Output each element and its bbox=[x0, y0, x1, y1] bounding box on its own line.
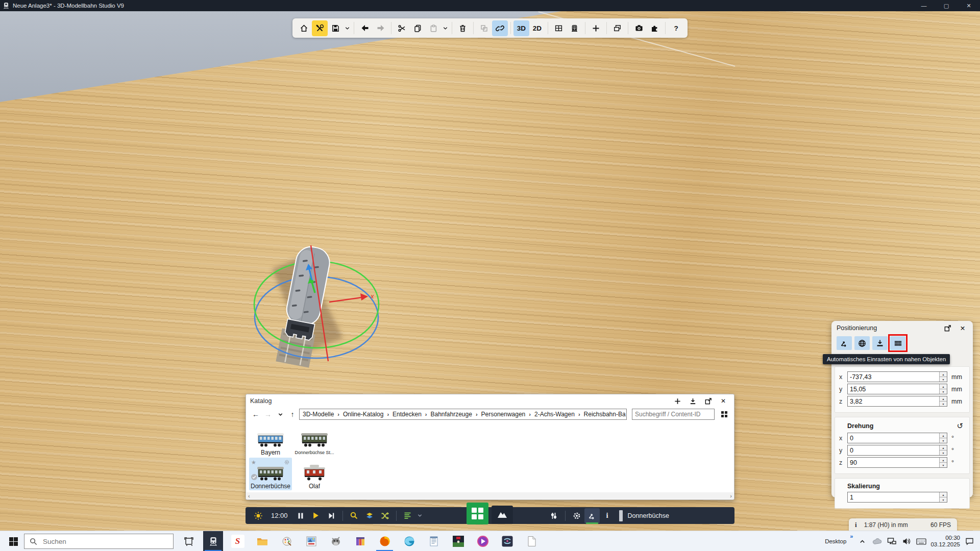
gizmo-axis-x[interactable] bbox=[329, 297, 362, 302]
catalog-history-icon[interactable] bbox=[275, 409, 286, 420]
catalog-item-donnerbuechse[interactable]: ★ Donnerbüchse bbox=[249, 458, 292, 490]
refresh-icon[interactable] bbox=[626, 411, 627, 418]
copy-button[interactable] bbox=[410, 20, 426, 36]
start-button[interactable] bbox=[7, 535, 19, 547]
spinner[interactable]: ▲▼ bbox=[939, 396, 947, 406]
position-x-input[interactable] bbox=[848, 372, 939, 382]
drop-to-ground-toggle[interactable] bbox=[872, 336, 888, 350]
plugins-button[interactable] bbox=[647, 20, 663, 36]
taskbar-app-explorer[interactable] bbox=[252, 531, 272, 551]
taskbar-clock[interactable]: 00:30 03.12.2025 bbox=[930, 535, 960, 548]
toolbar-expand-chevrons[interactable]: » bbox=[850, 533, 853, 539]
save-expand-chevron[interactable] bbox=[344, 20, 351, 36]
scale-input[interactable] bbox=[848, 492, 939, 502]
taskbar-app-winrar[interactable] bbox=[350, 531, 370, 551]
paste-expand-chevron[interactable] bbox=[442, 20, 449, 36]
breadcrumb[interactable]: 3D-Modelle› Online-Katalog› Entdecken› B… bbox=[299, 409, 627, 420]
position-z-input[interactable] bbox=[848, 396, 939, 406]
tools-button[interactable] bbox=[312, 20, 328, 36]
volume-icon[interactable] bbox=[901, 536, 912, 547]
taskbar-app-paint[interactable] bbox=[277, 531, 297, 551]
position-y-input[interactable] bbox=[848, 384, 939, 394]
view-3d-button[interactable]: 3D bbox=[513, 20, 529, 36]
view-grid-icon[interactable] bbox=[719, 409, 730, 420]
rotation-z-input[interactable] bbox=[848, 458, 939, 467]
scroll-right-icon[interactable]: › bbox=[730, 493, 732, 499]
taskbar-search[interactable] bbox=[24, 534, 174, 549]
info-button[interactable]: i bbox=[600, 508, 615, 523]
item-gear-icon[interactable] bbox=[284, 459, 290, 467]
transform-gizmo[interactable]: x bbox=[240, 232, 408, 400]
rotation-reset-icon[interactable]: ↺ bbox=[957, 421, 963, 431]
rotation-y-input[interactable] bbox=[848, 445, 939, 455]
task-view-button[interactable] bbox=[179, 531, 199, 551]
breadcrumb-item[interactable]: Online-Katalog bbox=[343, 411, 383, 418]
positioning-popout-icon[interactable] bbox=[942, 323, 952, 333]
daylight-sun-icon[interactable] bbox=[251, 508, 266, 523]
desktop-toolbar-label[interactable]: Desktop bbox=[825, 538, 846, 544]
catalog-item-bayern[interactable]: Bayern bbox=[249, 424, 292, 457]
catalog-search-input[interactable] bbox=[632, 409, 715, 420]
taskbar-app-document[interactable] bbox=[522, 531, 542, 551]
spinner[interactable]: ▲▼ bbox=[939, 492, 947, 502]
save-button[interactable] bbox=[328, 20, 344, 36]
catalog-add-icon[interactable] bbox=[671, 395, 684, 407]
catalog-toggle-button[interactable] bbox=[467, 503, 488, 524]
move-tool-button[interactable] bbox=[584, 508, 600, 523]
group-button[interactable] bbox=[476, 20, 492, 36]
taskbar-app-chat[interactable] bbox=[497, 531, 517, 551]
breadcrumb-item[interactable]: Entdecken bbox=[393, 411, 422, 418]
global-coords-toggle[interactable] bbox=[854, 336, 870, 350]
event-list-icon[interactable] bbox=[400, 508, 415, 523]
taskbar-search-input[interactable] bbox=[42, 537, 168, 546]
catalog-horizontal-scrollbar[interactable]: ‹ › bbox=[247, 492, 733, 499]
shuffle-icon[interactable] bbox=[377, 508, 393, 523]
taskbar-app-game[interactable] bbox=[448, 531, 468, 551]
close-button[interactable]: ✕ bbox=[958, 0, 980, 11]
taskbar-app-media-player[interactable] bbox=[473, 531, 493, 551]
onedrive-cloud-icon[interactable] bbox=[871, 536, 883, 547]
favorite-star-icon[interactable]: ★ bbox=[251, 459, 256, 466]
spinner[interactable]: ▲▼ bbox=[939, 458, 947, 467]
spinner[interactable]: ▲▼ bbox=[939, 445, 947, 455]
taskbar-app-image-viewer[interactable] bbox=[301, 531, 321, 551]
positioning-close-icon[interactable]: ✕ bbox=[958, 323, 968, 333]
spinner[interactable]: ▲▼ bbox=[939, 384, 947, 394]
play-button[interactable] bbox=[308, 508, 324, 523]
undo-button[interactable] bbox=[357, 20, 373, 36]
network-icon[interactable] bbox=[886, 536, 897, 547]
snap-to-track-toggle[interactable] bbox=[890, 336, 905, 350]
breadcrumb-item[interactable]: Bahnfahrzeuge bbox=[430, 411, 472, 418]
taskbar-app-edge[interactable] bbox=[399, 531, 419, 551]
cut-button[interactable] bbox=[394, 20, 410, 36]
breadcrumb-item[interactable]: Personenwagen bbox=[481, 411, 526, 418]
taskbar-app-train-studio[interactable] bbox=[203, 531, 223, 551]
screenshot-button[interactable] bbox=[631, 20, 647, 36]
windows-layout-button[interactable] bbox=[609, 20, 625, 36]
add-object-button[interactable] bbox=[588, 20, 604, 36]
catalog-item-olaf[interactable]: Olaf bbox=[293, 458, 336, 490]
minimize-button[interactable]: — bbox=[913, 0, 935, 11]
catalog-close-icon[interactable]: ✕ bbox=[717, 395, 730, 407]
catalog-back-icon[interactable]: ← bbox=[250, 409, 261, 420]
redo-button[interactable] bbox=[373, 20, 388, 36]
paste-button[interactable] bbox=[426, 20, 442, 36]
list-expand-chevron[interactable] bbox=[415, 508, 425, 523]
view-2d-button[interactable]: 2D bbox=[529, 20, 545, 36]
pause-button[interactable] bbox=[293, 508, 308, 523]
taskbar-app-notepad[interactable] bbox=[424, 531, 444, 551]
settings-gear-icon[interactable] bbox=[569, 508, 584, 523]
spinner[interactable]: ▲▼ bbox=[939, 433, 947, 443]
catalog-item-donnerbuechse-st[interactable]: Donnerbüchse St... bbox=[293, 424, 336, 457]
zoom-tool-icon[interactable] bbox=[347, 508, 362, 523]
step-forward-button[interactable] bbox=[324, 508, 339, 523]
action-center-icon[interactable] bbox=[964, 536, 975, 547]
free-move-toggle[interactable] bbox=[837, 336, 852, 350]
catalog-forward-icon[interactable]: → bbox=[262, 409, 274, 420]
info-icon[interactable]: i bbox=[855, 521, 857, 529]
breadcrumb-item[interactable]: 2-Achs-Wagen bbox=[534, 411, 575, 418]
show-hidden-icons-chevron[interactable] bbox=[856, 536, 868, 547]
grid-view-button[interactable] bbox=[551, 20, 567, 36]
selection-drag-handle[interactable] bbox=[619, 510, 623, 521]
breadcrumb-item[interactable]: 3D-Modelle bbox=[303, 411, 334, 418]
